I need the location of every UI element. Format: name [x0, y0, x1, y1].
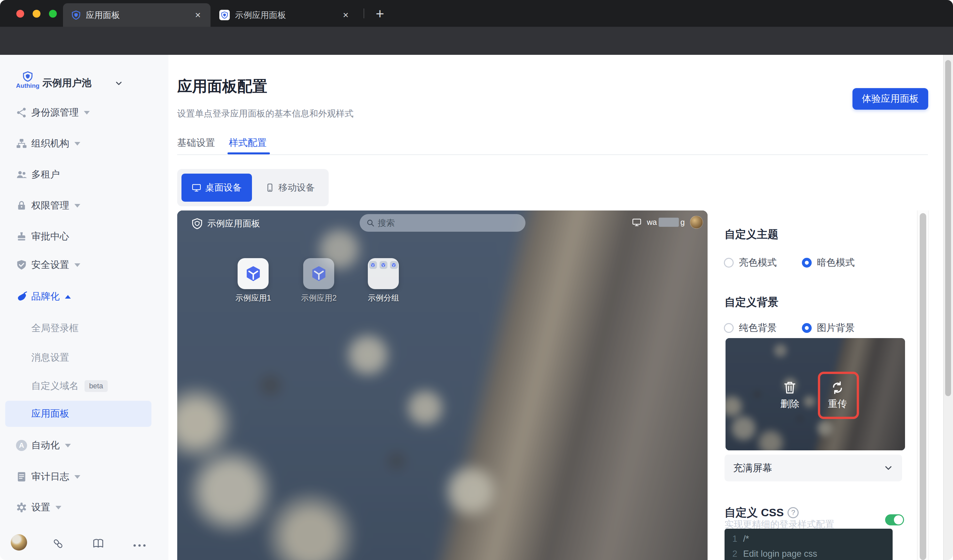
sidebar: Authing 示例用户池 身份源管理 组织机构 多租户: [0, 55, 168, 560]
beta-badge: beta: [85, 380, 108, 392]
delete-image-button[interactable]: 删除: [773, 380, 806, 411]
close-tab-icon[interactable]: ×: [193, 9, 203, 20]
thumbnail-dim-overlay: [725, 338, 905, 450]
zoom-window-button[interactable]: [49, 10, 57, 18]
preview-avatar[interactable]: [690, 216, 703, 229]
link-icon[interactable]: [52, 537, 64, 550]
automation-icon: A: [16, 440, 27, 451]
background-fit-select[interactable]: 充满屏幕: [725, 455, 902, 481]
image-background-radio[interactable]: 图片背景: [802, 321, 855, 335]
phone-icon: [265, 183, 275, 192]
help-icon[interactable]: ?: [787, 507, 799, 518]
tab-basic-settings[interactable]: 基础设置: [177, 136, 215, 150]
caret-down-icon: [84, 111, 90, 115]
browser-window: 应用面板 × 示例应用面板 × +: [0, 0, 953, 560]
page-scrollbar-track[interactable]: [943, 55, 953, 560]
caret-up-icon: [65, 295, 71, 299]
close-window-button[interactable]: [16, 10, 24, 18]
user-avatar[interactable]: [11, 534, 27, 551]
sidebar-item-settings[interactable]: 设置: [0, 498, 168, 517]
sidebar-item-message-settings[interactable]: 消息设置: [31, 349, 69, 366]
line-number: 2: [733, 549, 737, 559]
monitor-icon[interactable]: [632, 217, 642, 227]
experience-app-panel-button[interactable]: 体验应用面板: [852, 88, 928, 110]
search-icon: [366, 219, 375, 227]
config-scrollbar-thumb[interactable]: [920, 213, 926, 560]
chevron-down-icon: [884, 464, 893, 473]
new-tab-button[interactable]: +: [371, 5, 389, 23]
sidebar-item-security-settings[interactable]: 安全设置: [0, 256, 168, 274]
device-toggle: 桌面设备 移动设备: [177, 169, 329, 206]
minimize-window-button[interactable]: [33, 10, 40, 18]
main-content: 应用面板配置 设置单点登录应用面板的基本信息和外观样式 基础设置 样式配置 体验…: [168, 55, 953, 560]
radio-on-icon[interactable]: [802, 258, 812, 268]
code-text: /*: [743, 534, 749, 544]
solid-background-radio[interactable]: 纯色背景: [724, 321, 777, 335]
log-document-icon: [16, 471, 27, 482]
sidebar-item-permissions[interactable]: 权限管理: [0, 197, 168, 215]
shield-check-icon: [16, 259, 27, 271]
stamp-icon: [16, 231, 27, 242]
search-input[interactable]: [378, 218, 502, 228]
css-code-editor[interactable]: 1 /* 2 Edit login page css: [725, 529, 892, 560]
app-panel-preview: 示例应用面板 wa g: [177, 211, 708, 560]
shield-favicon: [71, 11, 81, 20]
paint-brush-icon: [16, 291, 27, 302]
custom-css-toggle[interactable]: [885, 514, 904, 526]
browser-toolbar: 无痕模式: [0, 27, 953, 55]
sidebar-item-multi-tenant[interactable]: 多租户: [0, 166, 168, 184]
app-tile-sample-app-1[interactable]: [237, 258, 269, 289]
mobile-device-button[interactable]: 移动设备: [256, 174, 325, 202]
chevron-down-icon[interactable]: [115, 79, 123, 87]
sidebar-item-audit-logs[interactable]: 审计日志: [0, 468, 168, 486]
shield-icon: [192, 218, 203, 229]
sidebar-item-organization[interactable]: 组织机构: [0, 135, 168, 153]
sidebar-item-approval-center[interactable]: 审批中心: [0, 228, 168, 246]
config-scrollbar-track[interactable]: [917, 211, 929, 560]
app-label: 示例分组: [357, 293, 410, 303]
sidebar-item-custom-domain[interactable]: 自定义域名 beta: [31, 378, 108, 394]
close-tab-icon[interactable]: ×: [341, 9, 351, 20]
light-mode-radio[interactable]: 亮色模式: [724, 256, 777, 270]
dark-mode-radio[interactable]: 暗色模式: [802, 256, 855, 270]
more-options-icon[interactable]: [132, 542, 152, 554]
tab-sample-app-panel[interactable]: 示例应用面板 ×: [211, 3, 359, 27]
sidebar-item-identity-sources[interactable]: 身份源管理: [0, 104, 168, 122]
tabs-divider: [177, 154, 928, 155]
line-number: 1: [733, 534, 737, 544]
background-image-thumbnail: 删除 重传: [725, 338, 905, 450]
book-icon[interactable]: [92, 537, 104, 550]
tab-style-settings[interactable]: 样式配置: [229, 136, 267, 150]
page-scrollbar-thumb[interactable]: [945, 60, 951, 396]
tab-title: 示例应用面板: [235, 9, 341, 21]
page-title: 应用面板配置: [177, 76, 267, 96]
app-tile-sample-app-2[interactable]: [303, 258, 334, 289]
preview-username[interactable]: wa g: [647, 218, 685, 227]
lock-icon: [16, 200, 27, 211]
caret-down-icon: [75, 142, 80, 146]
app-group-tile[interactable]: [368, 258, 399, 289]
authing-logo: Authing: [14, 71, 41, 89]
trash-icon: [783, 380, 797, 395]
cube-app-icon: [245, 265, 262, 282]
sidebar-item-automation[interactable]: A 自动化: [0, 436, 168, 455]
sidebar-item-branding[interactable]: 品牌化: [0, 287, 168, 306]
share-nodes-icon: [16, 107, 27, 118]
sidebar-item-global-login-box[interactable]: 全局登录框: [31, 320, 79, 337]
radio-off-icon[interactable]: [724, 323, 734, 333]
annotation-highlight-box: [818, 372, 859, 419]
preview-search[interactable]: [360, 214, 525, 232]
radio-on-icon[interactable]: [802, 323, 812, 333]
radio-off-icon[interactable]: [724, 258, 734, 268]
tab-strip: 应用面板 × 示例应用面板 × +: [0, 0, 953, 27]
user-pool-name[interactable]: 示例用户池: [42, 76, 92, 90]
monitor-icon: [192, 183, 201, 192]
caret-down-icon: [75, 263, 80, 267]
sidebar-item-app-panel-selected[interactable]: 应用面板: [5, 401, 151, 427]
caret-down-icon: [75, 204, 80, 208]
tab-separator: [363, 8, 364, 18]
tab-app-panel[interactable]: 应用面板 ×: [63, 3, 211, 27]
preview-user-area: wa g: [632, 216, 703, 229]
users-icon: [16, 169, 27, 180]
desktop-device-button[interactable]: 桌面设备: [182, 174, 252, 202]
